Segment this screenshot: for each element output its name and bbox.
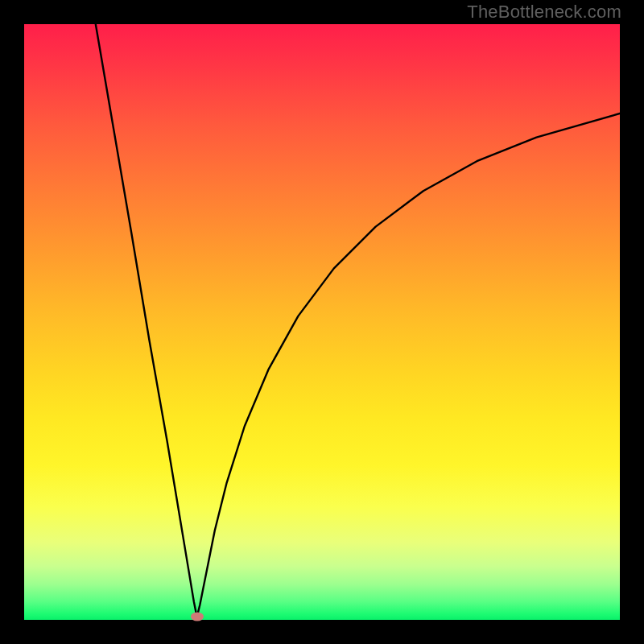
plot-area — [24, 24, 620, 620]
chart-frame: TheBottleneck.com — [0, 0, 644, 644]
bottleneck-marker — [191, 613, 204, 621]
watermark-text: TheBottleneck.com — [467, 2, 621, 23]
bottleneck-curve — [24, 24, 620, 620]
